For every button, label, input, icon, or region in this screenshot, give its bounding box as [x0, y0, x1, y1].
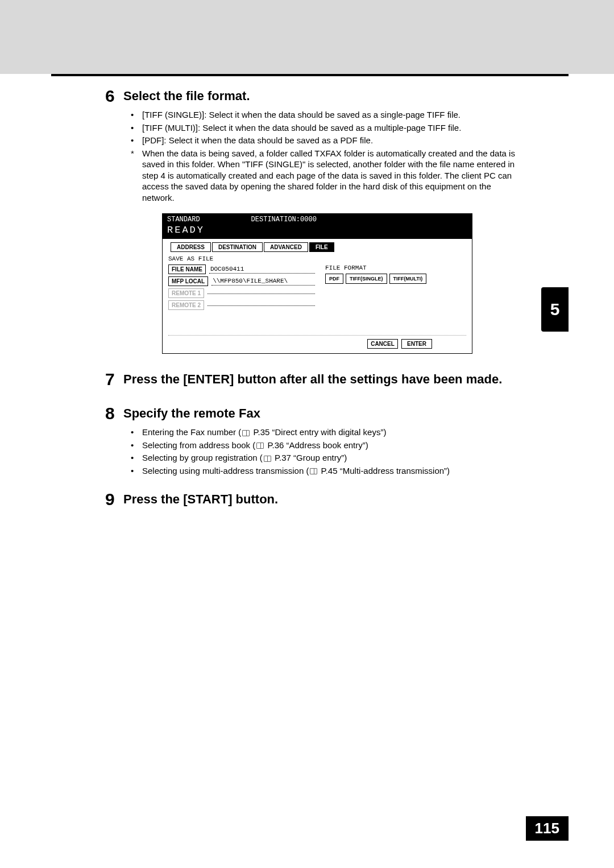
bullet-text: Selecting by group registration ( P.37 “…	[142, 452, 347, 464]
list-item: •[TIFF (MULTI)]: Select it when the data…	[131, 122, 517, 134]
bullet-icon: •	[131, 465, 138, 477]
page-number: 115	[526, 816, 569, 841]
step-9: 9 Press the [START] button.	[105, 491, 517, 508]
asterisk-icon: *	[131, 148, 138, 204]
enter-button[interactable]: ENTER	[401, 339, 432, 349]
bullet-icon: •	[131, 452, 138, 464]
step-title: Press the [ENTER] button after all the s…	[123, 371, 502, 388]
step-number: 8	[105, 405, 118, 422]
screen-header: STANDARD DESTINATION:0000 READY	[163, 214, 472, 239]
list-item: •[PDF]: Select it when the data should b…	[131, 135, 517, 146]
top-header-band	[0, 0, 614, 74]
remote2-field[interactable]	[208, 304, 315, 306]
format-pdf-button[interactable]: PDF	[325, 274, 343, 284]
step-6-body: •[TIFF (SINGLE)]: Select it when the dat…	[131, 109, 517, 203]
bullet-icon: •	[131, 427, 138, 438]
device-screen: STANDARD DESTINATION:0000 READY ADDRESS …	[162, 213, 472, 354]
chapter-side-tab: 5	[541, 287, 569, 332]
step-8-bullets: •Entering the Fax number ( P.35 “Direct …	[131, 427, 517, 476]
screen-standard-label: STANDARD	[167, 216, 200, 224]
step-title: Press the [START] button.	[123, 491, 278, 508]
list-item: •Selecting by group registration ( P.37 …	[131, 452, 517, 464]
step-title: Specify the remote Fax	[123, 405, 260, 422]
step-6: 6 Select the file format.	[105, 88, 517, 105]
remote1-field[interactable]	[208, 292, 315, 294]
remote1-button[interactable]: REMOTE 1	[168, 288, 204, 298]
bullet-icon: •	[131, 122, 138, 134]
bullet-text: Entering the Fax number ( P.35 “Direct e…	[142, 427, 386, 438]
screen-tabs: ADDRESS DESTINATION ADVANCED FILE	[163, 239, 472, 252]
tab-address[interactable]: ADDRESS	[171, 242, 211, 252]
list-item: •Entering the Fax number ( P.35 “Direct …	[131, 427, 517, 438]
book-icon	[256, 443, 264, 449]
list-item: •Selecting using multi-address transmiss…	[131, 465, 517, 477]
step-number: 7	[105, 371, 118, 388]
list-item: •[TIFF (SINGLE)]: Select it when the dat…	[131, 109, 517, 121]
list-item: •Selecting from address book ( P.36 “Add…	[131, 440, 517, 451]
bullet-text: Selecting from address book ( P.36 “Addr…	[142, 440, 368, 451]
screen-ready-label: READY	[167, 224, 467, 235]
note-text: When the data is being saved, a folder c…	[142, 148, 517, 204]
file-name-button[interactable]: FILE NAME	[168, 264, 206, 274]
bullet-icon: •	[131, 440, 138, 451]
tab-file[interactable]: FILE	[309, 242, 334, 252]
cancel-button[interactable]: CANCEL	[367, 339, 398, 349]
left-column: FILE NAME DOC050411 MFP LOCAL \\MFP850\F…	[168, 264, 315, 312]
book-icon	[242, 430, 250, 436]
bullet-text: [TIFF (MULTI)]: Select it when the data …	[142, 122, 461, 134]
format-tiff-multi-button[interactable]: TIFF(MULTI)	[389, 274, 427, 284]
save-as-file-label: SAVE AS FILE	[168, 255, 466, 262]
mfp-local-field[interactable]: \\MFP850\FILE_SHARE\	[211, 277, 315, 286]
remote2-button[interactable]: REMOTE 2	[168, 300, 204, 310]
format-tiff-single-button[interactable]: TIFF(SINGLE)	[346, 274, 387, 284]
file-format-label: FILE FORMAT	[325, 264, 466, 271]
step-number: 9	[105, 491, 118, 508]
mfp-local-button[interactable]: MFP LOCAL	[168, 276, 208, 286]
step-8-body: •Entering the Fax number ( P.35 “Direct …	[131, 427, 517, 476]
step-6-note: * When the data is being saved, a folder…	[131, 148, 517, 204]
right-column: FILE FORMAT PDF TIFF(SINGLE) TIFF(MULTI)	[325, 264, 466, 312]
main-content: 6 Select the file format. •[TIFF (SINGLE…	[51, 74, 569, 508]
bullet-text: Selecting using multi-address transmissi…	[142, 465, 450, 477]
tab-destination[interactable]: DESTINATION	[212, 242, 263, 252]
screen-destination-label: DESTINATION:0000	[251, 216, 317, 224]
bullet-text: [PDF]: Select it when the data should be…	[142, 135, 373, 146]
screen-footer: CANCEL ENTER	[168, 335, 466, 349]
book-icon	[310, 468, 317, 474]
step-number: 6	[105, 88, 118, 105]
step-title: Select the file format.	[123, 88, 250, 105]
screen-body: SAVE AS FILE FILE NAME DOC050411 MFP LOC…	[163, 252, 472, 353]
book-icon	[264, 456, 271, 462]
file-name-field[interactable]: DOC050411	[209, 265, 315, 274]
bullet-icon: •	[131, 135, 138, 146]
step-8: 8 Specify the remote Fax	[105, 405, 517, 422]
step-7: 7 Press the [ENTER] button after all the…	[105, 371, 517, 388]
tab-advanced[interactable]: ADVANCED	[264, 242, 308, 252]
step-6-bullets: •[TIFF (SINGLE)]: Select it when the dat…	[131, 109, 517, 146]
bullet-icon: •	[131, 109, 138, 121]
bullet-text: [TIFF (SINGLE)]: Select it when the data…	[142, 109, 460, 121]
